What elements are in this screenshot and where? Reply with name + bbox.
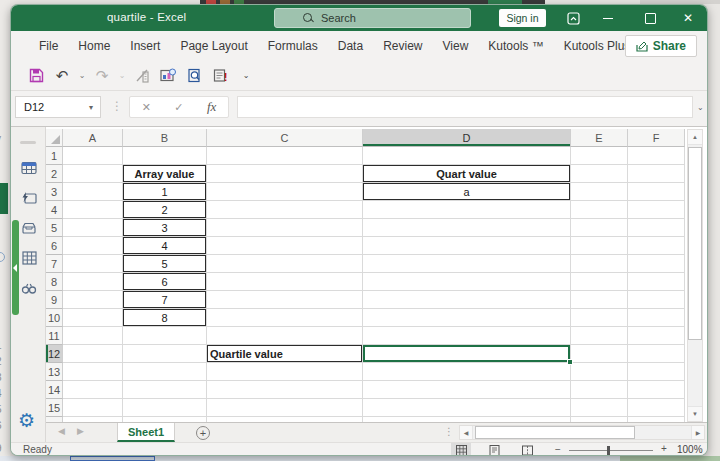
cell-E8[interactable] — [571, 273, 628, 291]
menu-tab-kutools[interactable]: Kutools ™ — [478, 33, 553, 59]
zoom-in-icon[interactable]: + — [661, 443, 667, 454]
name-box[interactable]: D12 ▾ — [15, 96, 101, 118]
cell-C2[interactable] — [207, 165, 363, 183]
cell-A9[interactable] — [63, 291, 123, 309]
column-header-b[interactable]: B — [123, 129, 207, 147]
cell-D4[interactable] — [363, 201, 571, 219]
cell-F13[interactable] — [628, 363, 685, 381]
cell-E6[interactable] — [571, 237, 628, 255]
cell-B2[interactable]: Array value — [123, 165, 207, 183]
snap-pane-icon[interactable] — [20, 189, 38, 207]
cell-F14[interactable] — [628, 381, 685, 399]
cell-E11[interactable] — [571, 327, 628, 345]
cell-A8[interactable] — [63, 273, 123, 291]
cell-B6[interactable]: 4 — [123, 237, 207, 255]
row-header-2[interactable]: 2 — [46, 165, 63, 183]
resource-library-icon[interactable] — [20, 219, 38, 237]
save-icon[interactable] — [25, 65, 47, 87]
scroll-left-icon[interactable]: ◀ — [460, 426, 473, 439]
cell-A10[interactable] — [63, 309, 123, 327]
draw-table-icon[interactable] — [131, 65, 153, 87]
menu-tab-formulas[interactable]: Formulas — [258, 33, 328, 59]
undo-dropdown-icon[interactable]: ⌄ — [77, 65, 87, 87]
normal-view-icon[interactable] — [451, 443, 471, 456]
cell-C12[interactable]: Quartile value — [207, 345, 363, 363]
form-icon[interactable]: ! — [209, 65, 231, 87]
cell-A3[interactable] — [63, 183, 123, 201]
cell-B4[interactable]: 2 — [123, 201, 207, 219]
zoom-slider[interactable] — [569, 450, 653, 451]
cell-E13[interactable] — [571, 363, 628, 381]
scroll-right-icon[interactable]: ▶ — [691, 426, 704, 439]
formula-bar-expand-icon[interactable]: ⌄ — [697, 103, 704, 112]
cell-F6[interactable] — [628, 237, 685, 255]
cell-D7[interactable] — [363, 255, 571, 273]
close-icon[interactable]: ✕ — [671, 5, 705, 31]
print-preview-icon[interactable] — [183, 65, 205, 87]
column-header-e[interactable]: E — [571, 129, 628, 147]
row-header-6[interactable]: 6 — [46, 237, 63, 255]
column-header-f[interactable]: F — [628, 129, 685, 147]
cell-A5[interactable] — [63, 219, 123, 237]
menu-tab-file[interactable]: File — [29, 33, 68, 59]
cell-C1[interactable] — [207, 147, 363, 165]
enter-icon[interactable]: ✓ — [174, 101, 183, 114]
cell-F3[interactable] — [628, 183, 685, 201]
cell-D14[interactable] — [363, 381, 571, 399]
sheet-nav-arrows[interactable]: ◀▶ — [58, 426, 96, 436]
cell-A13[interactable] — [63, 363, 123, 381]
cell-A11[interactable] — [63, 327, 123, 345]
menu-tab-review[interactable]: Review — [373, 33, 432, 59]
column-header-d[interactable]: D — [363, 129, 571, 147]
settings-gear-icon[interactable]: ⚙ — [18, 409, 35, 432]
horizontal-scrollbar-thumb[interactable] — [475, 426, 635, 439]
cell-C13[interactable] — [207, 363, 363, 381]
cell-D13[interactable] — [363, 363, 571, 381]
row-header-10[interactable]: 10 — [46, 309, 63, 327]
cell-A2[interactable] — [63, 165, 123, 183]
cell-D6[interactable] — [363, 237, 571, 255]
search-input[interactable]: Search — [274, 8, 471, 28]
cell-B5[interactable]: 3 — [123, 219, 207, 237]
cell-B14[interactable] — [123, 381, 207, 399]
cell-B11[interactable] — [123, 327, 207, 345]
cancel-icon[interactable]: ✕ — [142, 101, 151, 114]
minimize-icon[interactable] — [591, 5, 625, 31]
cell-B12[interactable] — [123, 345, 207, 363]
cell-F8[interactable] — [628, 273, 685, 291]
cell-C4[interactable] — [207, 201, 363, 219]
menu-tab-data[interactable]: Data — [328, 33, 373, 59]
row-header-5[interactable]: 5 — [46, 219, 63, 237]
zoom-slider-thumb[interactable] — [607, 446, 610, 455]
cell-A12[interactable] — [63, 345, 123, 363]
share-button[interactable]: Share — [625, 35, 697, 57]
page-break-preview-icon[interactable] — [517, 443, 537, 456]
cell-E3[interactable] — [571, 183, 628, 201]
cell-E15[interactable] — [571, 399, 628, 417]
add-sheet-icon[interactable]: + — [196, 426, 210, 440]
cell-B15[interactable] — [123, 399, 207, 417]
cell-E1[interactable] — [571, 147, 628, 165]
row-header-15[interactable]: 15 — [46, 399, 63, 417]
row-header-14[interactable]: 14 — [46, 381, 63, 399]
formula-input[interactable] — [237, 96, 693, 118]
vertical-scrollbar-thumb[interactable] — [688, 147, 702, 340]
customize-toolbar-icon[interactable]: ⌄ — [241, 65, 251, 87]
worksheet-list-icon[interactable] — [20, 249, 38, 267]
cell-C8[interactable] — [207, 273, 363, 291]
cell-A14[interactable] — [63, 381, 123, 399]
insert-function-icon[interactable]: fx — [207, 99, 216, 115]
tab-bar-separator[interactable]: ⋮ — [444, 426, 454, 437]
cell-D9[interactable] — [363, 291, 571, 309]
select-all-corner[interactable] — [46, 129, 63, 147]
cell-B3[interactable]: 1 — [123, 183, 207, 201]
menu-tab-page-layout[interactable]: Page Layout — [170, 33, 257, 59]
cell-C14[interactable] — [207, 381, 363, 399]
cell-B13[interactable] — [123, 363, 207, 381]
cell-D12[interactable] — [363, 345, 571, 363]
menu-tab-insert[interactable]: Insert — [120, 33, 170, 59]
cell-F11[interactable] — [628, 327, 685, 345]
cell-A15[interactable] — [63, 399, 123, 417]
cell-F4[interactable] — [628, 201, 685, 219]
cell-C9[interactable] — [207, 291, 363, 309]
